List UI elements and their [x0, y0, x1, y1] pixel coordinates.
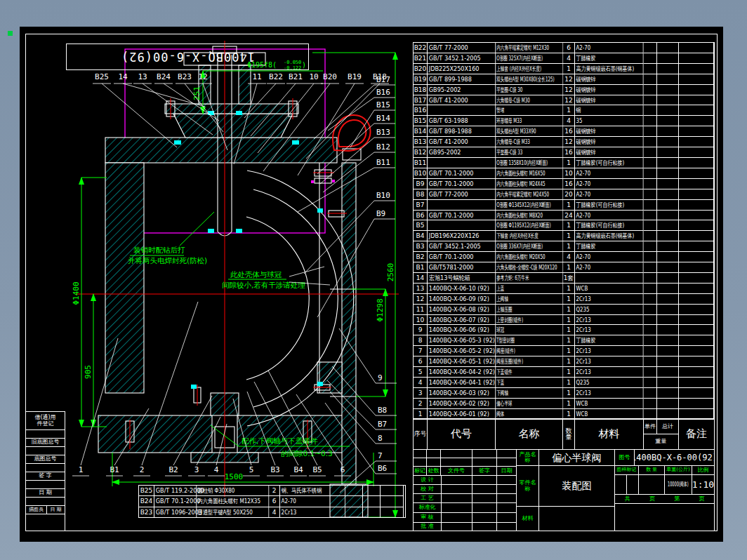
bom-cell-u — [644, 211, 657, 221]
bom-cell-name: 球冠 — [496, 325, 563, 335]
bom-cell-t — [657, 43, 679, 53]
bom-cell-material: A2-70 — [575, 168, 644, 179]
bom-cell-material: WCB — [575, 284, 644, 294]
bom-cell-u — [644, 85, 657, 95]
bom-cell-u — [345, 486, 363, 496]
bom-cell-u — [644, 116, 657, 126]
bom-cell-id: B23 — [139, 507, 154, 518]
bom-cell-qty: 24 — [563, 211, 575, 221]
bom-cell-material: A2-70 — [575, 252, 644, 262]
bom-cell-name: O形圈 336X7(内径X断面) — [496, 241, 563, 252]
bom-cell-material: 2Cr13 — [575, 356, 644, 367]
bom-cell-material: 丁腈橡胶(可自行粘接) — [575, 200, 644, 211]
bom-cell-qty: 1 — [563, 346, 575, 356]
bom-cell-id: B20 — [414, 64, 428, 74]
bom-cell-qty: 1 — [563, 315, 575, 326]
bom-cell-id: 5 — [414, 367, 428, 378]
bom-cell-rm — [679, 126, 714, 137]
bom-cell-material: 碳钢镀锌 — [575, 147, 644, 158]
bom-cell-material: 2Cr13 — [575, 294, 644, 305]
bom-cell-u — [644, 189, 657, 200]
bom-cell-name: 内六角平端紧定螺钉 M12X30 — [496, 43, 563, 53]
bom-cell-code: GB/T 41-2000 — [428, 95, 496, 106]
bom-cell-t — [657, 116, 679, 126]
bom-cell-t — [657, 367, 679, 378]
bom-cell-t — [657, 158, 679, 168]
bom-cell-qty: 12 — [563, 85, 575, 95]
bom-cell-material: 碳钢镀锌 — [575, 85, 644, 95]
bom-cell-rm — [381, 486, 404, 496]
bom-cell-name: 阀体 — [496, 409, 563, 420]
bom-cell-rm — [679, 241, 714, 252]
bom-cell-qty: 1 — [563, 399, 575, 409]
scale-value: 1:10 — [692, 474, 715, 495]
bom-cell-name: O形圈 1358X10(内径X断面) — [496, 158, 563, 168]
bom-cell-u — [644, 325, 657, 335]
sign-row-cell — [496, 522, 517, 531]
bom-cell-name: 内六角圆柱头螺钉 M12X35 — [197, 496, 269, 507]
bom-cell-u — [644, 95, 657, 106]
bom-header-material: 材料 — [574, 419, 644, 450]
bom-cell-t — [657, 179, 679, 189]
bom-cell-name: 下阀轴 — [496, 388, 563, 399]
bom-cell-qty: 1 — [563, 241, 575, 252]
bom-cell-t — [363, 507, 381, 518]
bom-cell-t — [657, 64, 679, 74]
bom-cell-name: 内六角圆柱头螺钉 M8X20 — [496, 211, 563, 221]
bom-cell-material: 丁腈橡胶(可自行粘接) — [575, 158, 644, 168]
sign-row-label: 批 准 — [413, 522, 442, 531]
bom-cell-rm — [679, 189, 714, 200]
bom-cell-id: B4 — [414, 231, 428, 241]
bom-cell-code — [428, 200, 496, 211]
bom-cell-id: 4 — [414, 378, 428, 388]
bom-cell-t — [657, 294, 679, 305]
bom-cell-id: B11 — [414, 158, 428, 168]
bom-cell-material: A2-70 — [280, 496, 345, 507]
bom-cell-material: 高力黄铜镶嵌石墨(铜基体) — [575, 231, 644, 241]
bom-cell-material: 2Cr13 — [575, 325, 644, 335]
sign-row-cell — [496, 493, 517, 503]
bom-cell-code: GB/T 77-2000 — [428, 189, 496, 200]
bom-cell-name: 上轴套 (内径X外径X长度) — [496, 64, 563, 74]
bom-cell-qty: 1 — [563, 378, 575, 388]
part-name-label: 零件名称 — [516, 465, 539, 507]
bom-cell-code: 1400BQ-X-06-06 (92) — [428, 325, 496, 335]
bom-cell-code: 1400BQ-X-06-10 (92) — [428, 284, 496, 294]
bom-cell-u — [644, 294, 657, 305]
bom-cell-id: 6 — [414, 356, 428, 367]
bom-cell-id: 8 — [414, 335, 428, 346]
bom-cell-t — [657, 200, 679, 211]
bom-cell-name: 普通型平键A型 50X250 — [197, 507, 269, 518]
bom-cell-code: 1400BQ-X-06-02 (92) — [428, 399, 496, 409]
bom-cell-id: B6 — [414, 211, 428, 221]
bom-cell-t — [657, 335, 679, 346]
bom-cell-id: B14 — [414, 126, 428, 137]
bom-cell-qty: 20 — [563, 189, 575, 200]
bom-cell-qty: 4 — [269, 507, 280, 518]
bom-cell-u — [644, 200, 657, 211]
bom-cell-material — [575, 273, 644, 284]
bom-cell-code: GB/T 3452.1-2005 — [428, 53, 496, 64]
bom-cell-id: B25 — [139, 486, 154, 496]
sign-row-cell — [496, 502, 517, 513]
bom-cell-name: 阀座压圈(锻件) — [496, 356, 563, 367]
bom-cell-qty: 1 — [563, 262, 575, 273]
bom-cell-rm — [679, 231, 714, 241]
bom-cell-code: 1400BQ-X-06-01 (92) — [428, 409, 496, 420]
bom-cell-u — [644, 335, 657, 346]
material-value — [538, 506, 615, 531]
sign-row-cell — [472, 522, 497, 531]
bom-cell-code: GB/T 63-1988 — [428, 116, 496, 126]
bom-cell-id: B10 — [414, 168, 428, 179]
bom-cell-name: 双头螺柱A型 M30X80(全长125) — [496, 74, 563, 85]
bom-cell-rm — [679, 399, 714, 409]
bom-cell-u — [644, 147, 657, 158]
bom-cell-qty: 1 — [563, 231, 575, 241]
bom-cell-material: A2-70 — [575, 211, 644, 221]
bom-cell-qty: 12 — [563, 74, 575, 85]
bom-cell-material: A2-70 — [575, 262, 644, 273]
bom-cell-material: 2Cr13 — [280, 507, 345, 518]
bom-cell-qty: 6 — [269, 496, 280, 507]
bom-cell-rm — [679, 325, 714, 335]
bom-cell-t — [657, 168, 679, 179]
